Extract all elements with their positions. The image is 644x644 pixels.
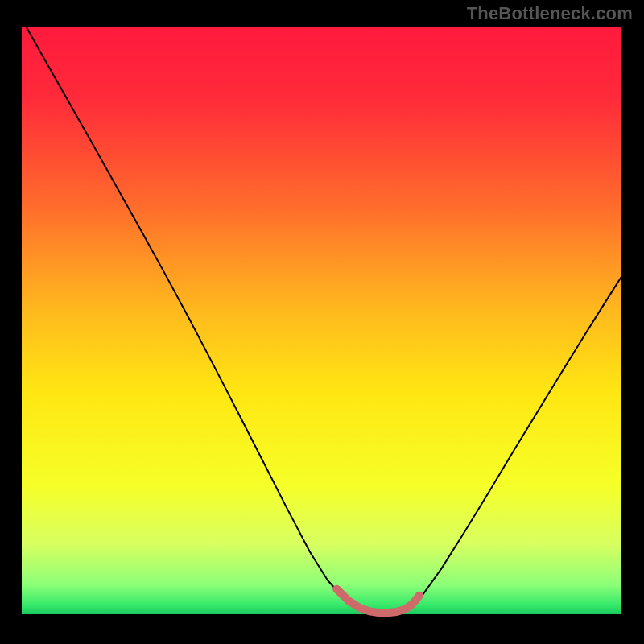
bottleneck-chart: [0, 0, 644, 644]
plot-background: [22, 27, 621, 614]
chart-stage: TheBottleneck.com: [0, 0, 644, 644]
